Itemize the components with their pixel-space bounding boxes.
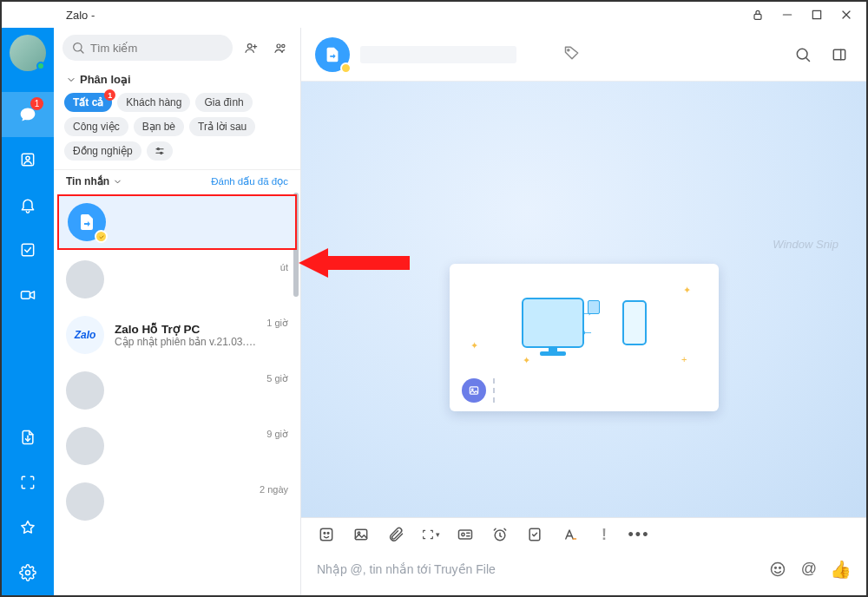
nav-settings[interactable] xyxy=(2,550,54,595)
thumbs-up-icon[interactable]: 👍 xyxy=(830,559,851,580)
verified-icon xyxy=(95,230,108,243)
svg-point-30 xyxy=(327,533,329,535)
svg-point-34 xyxy=(462,533,464,535)
svg-point-42 xyxy=(775,567,777,568)
svg-line-11 xyxy=(81,50,83,53)
nav-notifications[interactable] xyxy=(2,182,54,227)
search-input[interactable]: Tìm kiếm xyxy=(62,35,233,61)
file-transfer-icon xyxy=(315,37,350,72)
chat-badge: 1 xyxy=(30,97,43,110)
card-icon[interactable] xyxy=(456,525,475,544)
emoji-icon[interactable] xyxy=(767,559,788,580)
chevron-down-icon xyxy=(66,75,76,85)
conversation-item[interactable]: 5 giờ xyxy=(54,363,300,418)
svg-point-16 xyxy=(282,44,285,47)
svg-point-29 xyxy=(324,533,326,535)
conversation-time: út xyxy=(280,262,288,272)
search-icon xyxy=(71,41,85,55)
chat-header xyxy=(301,28,866,82)
conversation-time: 5 giờ xyxy=(266,373,288,384)
add-friend-icon[interactable] xyxy=(240,36,262,59)
chip-settings-icon[interactable] xyxy=(147,141,173,161)
conversation-time: 2 ngày xyxy=(260,484,288,495)
document-icon xyxy=(588,300,600,314)
chip-colleague[interactable]: Đồng nghiệp xyxy=(64,141,141,161)
conversation-item[interactable]: Zalo Zalo Hỗ Trợ PC Cập nhật phiên bản v… xyxy=(54,307,300,363)
conversation-list: út Zalo Zalo Hỗ Trợ PC Cập nhật phiên bả… xyxy=(54,193,300,595)
nav-tasks[interactable] xyxy=(2,227,54,272)
image-attach-icon[interactable] xyxy=(352,525,371,544)
avatar[interactable] xyxy=(10,35,46,71)
chip-customers[interactable]: Khách hàng xyxy=(117,93,190,112)
filter-messages[interactable]: Tin nhắn xyxy=(66,175,122,187)
nav-file[interactable] xyxy=(2,415,54,460)
categories-toggle[interactable]: Phân loại xyxy=(54,68,300,89)
sidebar: Tìm kiếm Phân loại Tất cả1 Khách hàng Gi… xyxy=(54,28,301,595)
svg-rect-28 xyxy=(320,528,332,540)
nav-capture[interactable] xyxy=(2,460,54,505)
nav-chat[interactable]: 1 xyxy=(2,92,54,137)
titlebar: Zalo - xyxy=(2,2,866,28)
svg-rect-26 xyxy=(470,387,477,394)
conversation-name: Zalo Hỗ Trợ PC xyxy=(115,322,256,336)
priority-icon[interactable]: ! xyxy=(595,525,614,544)
svg-point-15 xyxy=(277,44,280,48)
reminder-icon[interactable] xyxy=(490,525,510,544)
svg-point-9 xyxy=(26,571,30,575)
conversation-item[interactable] xyxy=(57,194,297,250)
monitor-icon xyxy=(522,298,584,348)
chat-title xyxy=(360,46,516,63)
conversation-item[interactable]: út xyxy=(54,252,300,307)
conversation-time: 1 giờ xyxy=(266,318,288,329)
attachment-icon[interactable] xyxy=(386,525,405,544)
chat-body: Window Snip ✦ ✦ + ✦ →← xyxy=(301,82,866,517)
svg-rect-2 xyxy=(812,10,820,18)
tag-icon[interactable] xyxy=(563,44,581,65)
compose-input[interactable]: Nhập @, tin nhắn tới Truyền File xyxy=(317,562,757,576)
chip-family[interactable]: Gia đình xyxy=(195,93,252,112)
panel-toggle-icon[interactable] xyxy=(826,42,852,68)
compose-toolbar: ▾ ! ••• Nhập @, tin nhắn tới Truyền File… xyxy=(301,517,866,595)
nav-star[interactable] xyxy=(2,505,54,550)
chevron-down-icon xyxy=(113,177,122,187)
chat-pane: Window Snip ✦ ✦ + ✦ →← xyxy=(301,28,866,595)
svg-point-43 xyxy=(779,567,781,568)
transfer-card: ✦ ✦ + ✦ →← xyxy=(450,264,719,411)
nav-rail: 1 xyxy=(2,28,54,595)
phone-icon xyxy=(622,300,647,345)
chip-badge: 1 xyxy=(104,89,115,101)
search-in-chat-icon[interactable] xyxy=(790,42,816,68)
conversation-item[interactable]: 2 ngày xyxy=(54,474,300,529)
close-button[interactable] xyxy=(832,3,861,27)
svg-line-23 xyxy=(806,57,810,61)
window-title: Zalo - xyxy=(66,9,95,22)
svg-point-32 xyxy=(358,532,360,535)
svg-point-12 xyxy=(247,44,252,49)
screenshot-icon[interactable]: ▾ xyxy=(421,525,440,544)
avatar-icon xyxy=(66,260,104,298)
chip-friends[interactable]: Bạn bè xyxy=(134,117,184,136)
svg-rect-0 xyxy=(754,14,761,19)
mark-all-read[interactable]: Đánh dấu đã đọc xyxy=(211,175,288,187)
avatar-icon xyxy=(66,482,104,521)
sticker-icon[interactable] xyxy=(317,525,336,544)
svg-point-21 xyxy=(567,49,569,50)
chip-work[interactable]: Công việc xyxy=(64,117,128,136)
format-icon[interactable] xyxy=(560,525,579,544)
file-transfer-icon xyxy=(68,203,106,241)
mention-icon[interactable]: @ xyxy=(799,559,819,580)
categories-title: Phân loại xyxy=(80,73,131,86)
lock-icon[interactable] xyxy=(743,3,773,27)
task-icon[interactable] xyxy=(525,525,544,544)
minimize-button[interactable] xyxy=(773,3,802,27)
chip-all[interactable]: Tất cả1 xyxy=(64,93,112,112)
nav-contacts[interactable] xyxy=(2,137,54,182)
nav-video[interactable] xyxy=(2,272,54,318)
conversation-item[interactable]: 9 giờ xyxy=(54,418,300,474)
conversation-time: 9 giờ xyxy=(266,429,288,440)
avatar-icon xyxy=(66,371,104,410)
more-icon[interactable]: ••• xyxy=(629,525,648,544)
maximize-button[interactable] xyxy=(802,3,832,27)
create-group-icon[interactable] xyxy=(269,36,292,59)
chip-reply-later[interactable]: Trả lời sau xyxy=(189,117,255,136)
